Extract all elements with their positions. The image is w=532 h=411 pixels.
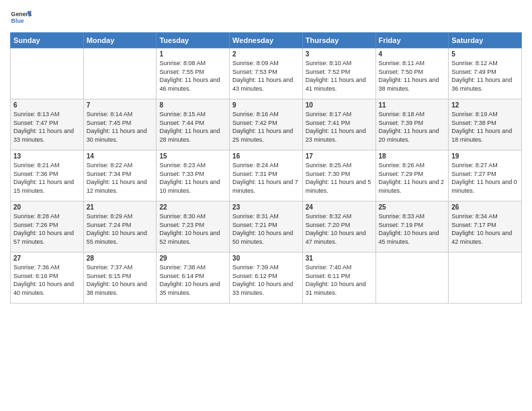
day-info: Sunrise: 8:11 AM Sunset: 7:50 PM Dayligh… (379, 59, 446, 93)
calendar-cell: 23Sunrise: 8:31 AM Sunset: 7:21 PM Dayli… (230, 201, 303, 253)
day-info: Sunrise: 8:15 AM Sunset: 7:44 PM Dayligh… (159, 110, 226, 144)
day-info: Sunrise: 8:16 AM Sunset: 7:42 PM Dayligh… (232, 110, 300, 144)
day-info: Sunrise: 8:28 AM Sunset: 7:26 PM Dayligh… (13, 212, 81, 246)
day-number: 21 (87, 203, 154, 211)
calendar-cell: 3Sunrise: 8:10 AM Sunset: 7:52 PM Daylig… (302, 48, 375, 99)
day-info: Sunrise: 7:39 AM Sunset: 6:12 PM Dayligh… (232, 263, 300, 297)
day-info: Sunrise: 7:38 AM Sunset: 6:14 PM Dayligh… (159, 263, 226, 297)
calendar-cell (375, 253, 449, 304)
day-number: 18 (379, 152, 446, 160)
day-info: Sunrise: 8:21 AM Sunset: 7:36 PM Dayligh… (13, 161, 81, 195)
calendar-cell: 29Sunrise: 7:38 AM Sunset: 6:14 PM Dayli… (157, 253, 230, 304)
calendar-week-5: 27Sunrise: 7:36 AM Sunset: 6:16 PM Dayli… (11, 253, 522, 304)
calendar-cell: 11Sunrise: 8:18 AM Sunset: 7:39 PM Dayli… (375, 99, 449, 150)
day-info: Sunrise: 8:34 AM Sunset: 7:17 PM Dayligh… (451, 212, 519, 246)
calendar-cell: 24Sunrise: 8:32 AM Sunset: 7:20 PM Dayli… (302, 201, 375, 253)
day-number: 25 (379, 203, 446, 211)
day-number: 26 (451, 203, 519, 211)
day-info: Sunrise: 8:29 AM Sunset: 7:24 PM Dayligh… (87, 212, 154, 246)
calendar-cell: 14Sunrise: 8:22 AM Sunset: 7:34 PM Dayli… (83, 150, 157, 201)
day-number: 5 (451, 50, 519, 58)
day-info: Sunrise: 8:23 AM Sunset: 7:33 PM Dayligh… (159, 161, 226, 195)
day-number: 19 (451, 152, 519, 160)
logo: General Blue (10, 7, 32, 28)
day-number: 24 (306, 203, 373, 211)
day-number: 28 (87, 255, 154, 262)
day-info: Sunrise: 8:17 AM Sunset: 7:41 PM Dayligh… (306, 110, 373, 144)
weekday-header-saturday: Saturday (449, 33, 522, 48)
day-number: 10 (306, 101, 373, 109)
calendar-cell: 28Sunrise: 7:37 AM Sunset: 6:15 PM Dayli… (83, 253, 157, 304)
day-number: 30 (232, 255, 300, 262)
weekday-header-row: SundayMondayTuesdayWednesdayThursdayFrid… (11, 33, 522, 48)
day-info: Sunrise: 8:10 AM Sunset: 7:52 PM Dayligh… (306, 59, 373, 93)
day-info: Sunrise: 8:25 AM Sunset: 7:30 PM Dayligh… (306, 161, 373, 195)
weekday-header-thursday: Thursday (302, 33, 375, 48)
calendar-week-4: 20Sunrise: 8:28 AM Sunset: 7:26 PM Dayli… (11, 201, 522, 253)
calendar-cell: 26Sunrise: 8:34 AM Sunset: 7:17 PM Dayli… (449, 201, 522, 253)
weekday-header-friday: Friday (375, 33, 449, 48)
header: General Blue (10, 7, 522, 28)
calendar-cell: 15Sunrise: 8:23 AM Sunset: 7:33 PM Dayli… (157, 150, 230, 201)
day-number: 8 (159, 101, 226, 109)
calendar-cell (449, 253, 522, 304)
calendar-week-3: 13Sunrise: 8:21 AM Sunset: 7:36 PM Dayli… (11, 150, 522, 201)
calendar-cell: 27Sunrise: 7:36 AM Sunset: 6:16 PM Dayli… (11, 253, 84, 304)
day-number: 16 (232, 152, 300, 160)
calendar-cell: 2Sunrise: 8:09 AM Sunset: 7:53 PM Daylig… (230, 48, 303, 99)
day-number: 23 (232, 203, 300, 211)
day-info: Sunrise: 8:13 AM Sunset: 7:47 PM Dayligh… (13, 110, 81, 144)
calendar-cell: 8Sunrise: 8:15 AM Sunset: 7:44 PM Daylig… (157, 99, 230, 150)
svg-text:Blue: Blue (11, 17, 24, 24)
logo-icon: General Blue (10, 7, 32, 28)
day-number: 6 (13, 101, 81, 109)
day-number: 1 (159, 50, 226, 58)
day-number: 29 (159, 255, 226, 262)
calendar-cell: 10Sunrise: 8:17 AM Sunset: 7:41 PM Dayli… (302, 99, 375, 150)
day-number: 4 (379, 50, 446, 58)
day-number: 13 (13, 152, 81, 160)
day-number: 11 (379, 101, 446, 109)
calendar-cell: 22Sunrise: 8:30 AM Sunset: 7:23 PM Dayli… (157, 201, 230, 253)
calendar-cell: 9Sunrise: 8:16 AM Sunset: 7:42 PM Daylig… (230, 99, 303, 150)
calendar-cell: 7Sunrise: 8:14 AM Sunset: 7:45 PM Daylig… (83, 99, 157, 150)
day-info: Sunrise: 7:37 AM Sunset: 6:15 PM Dayligh… (87, 263, 154, 297)
day-number: 17 (306, 152, 373, 160)
calendar-cell: 6Sunrise: 8:13 AM Sunset: 7:47 PM Daylig… (11, 99, 84, 150)
day-number: 2 (232, 50, 300, 58)
day-info: Sunrise: 8:26 AM Sunset: 7:29 PM Dayligh… (379, 161, 446, 195)
calendar-cell: 30Sunrise: 7:39 AM Sunset: 6:12 PM Dayli… (230, 253, 303, 304)
day-number: 9 (232, 101, 300, 109)
day-info: Sunrise: 8:30 AM Sunset: 7:23 PM Dayligh… (159, 212, 226, 246)
calendar-cell: 5Sunrise: 8:12 AM Sunset: 7:49 PM Daylig… (449, 48, 522, 99)
calendar-table: SundayMondayTuesdayWednesdayThursdayFrid… (10, 32, 522, 304)
calendar-cell: 20Sunrise: 8:28 AM Sunset: 7:26 PM Dayli… (11, 201, 84, 253)
day-number: 15 (159, 152, 226, 160)
day-info: Sunrise: 7:40 AM Sunset: 6:11 PM Dayligh… (306, 263, 373, 297)
day-info: Sunrise: 8:12 AM Sunset: 7:49 PM Dayligh… (451, 59, 519, 93)
day-info: Sunrise: 8:27 AM Sunset: 7:27 PM Dayligh… (451, 161, 519, 195)
calendar-week-2: 6Sunrise: 8:13 AM Sunset: 7:47 PM Daylig… (11, 99, 522, 150)
day-number: 27 (13, 255, 81, 262)
weekday-header-tuesday: Tuesday (157, 33, 230, 48)
day-number: 12 (451, 101, 519, 109)
day-info: Sunrise: 8:24 AM Sunset: 7:31 PM Dayligh… (232, 161, 300, 195)
day-info: Sunrise: 8:22 AM Sunset: 7:34 PM Dayligh… (87, 161, 154, 195)
calendar-cell: 1Sunrise: 8:08 AM Sunset: 7:55 PM Daylig… (157, 48, 230, 99)
day-info: Sunrise: 8:31 AM Sunset: 7:21 PM Dayligh… (232, 212, 300, 246)
calendar-cell: 12Sunrise: 8:19 AM Sunset: 7:38 PM Dayli… (449, 99, 522, 150)
day-number: 22 (159, 203, 226, 211)
calendar-cell: 17Sunrise: 8:25 AM Sunset: 7:30 PM Dayli… (302, 150, 375, 201)
calendar-cell: 4Sunrise: 8:11 AM Sunset: 7:50 PM Daylig… (375, 48, 449, 99)
day-info: Sunrise: 8:18 AM Sunset: 7:39 PM Dayligh… (379, 110, 446, 144)
day-info: Sunrise: 8:14 AM Sunset: 7:45 PM Dayligh… (87, 110, 154, 144)
calendar-cell: 31Sunrise: 7:40 AM Sunset: 6:11 PM Dayli… (302, 253, 375, 304)
calendar-cell: 25Sunrise: 8:33 AM Sunset: 7:19 PM Dayli… (375, 201, 449, 253)
day-info: Sunrise: 8:09 AM Sunset: 7:53 PM Dayligh… (232, 59, 300, 93)
day-info: Sunrise: 8:33 AM Sunset: 7:19 PM Dayligh… (379, 212, 446, 246)
day-number: 20 (13, 203, 81, 211)
calendar-cell (83, 48, 157, 99)
weekday-header-monday: Monday (83, 33, 157, 48)
day-info: Sunrise: 8:19 AM Sunset: 7:38 PM Dayligh… (451, 110, 519, 144)
day-number: 3 (306, 50, 373, 58)
